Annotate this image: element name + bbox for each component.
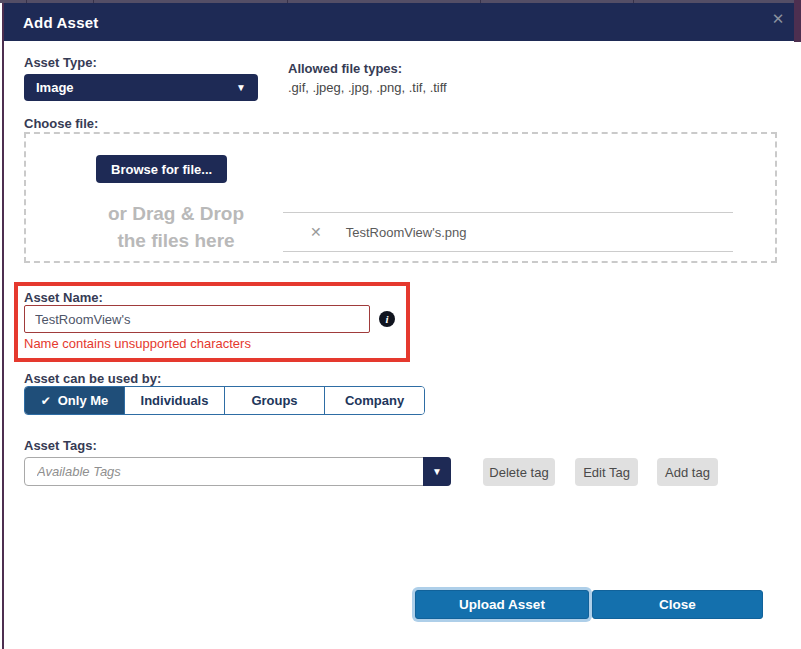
selected-file-row: ✕ TestRoomView's.png	[283, 212, 733, 252]
asset-name-error-message: Name contains unsupported characters	[24, 336, 251, 351]
asset-name-label: Asset Name:	[24, 290, 103, 305]
allowed-file-types-label: Allowed file types:	[288, 61, 402, 76]
backdrop-right-edge	[794, 0, 801, 42]
choose-file-label: Choose file:	[24, 116, 98, 131]
dialog-title: Add Asset	[4, 14, 98, 31]
dialog-header: Add Asset	[4, 3, 794, 41]
used-by-button-group: ✔ Only Me Individuals Groups Company	[24, 386, 425, 415]
used-by-option-groups[interactable]: Groups	[224, 387, 324, 414]
asset-name-input[interactable]	[24, 305, 370, 333]
asset-type-label: Asset Type:	[24, 55, 97, 70]
asset-tags-select[interactable]: ▼	[24, 457, 451, 486]
asset-tags-dropdown-button[interactable]: ▼	[423, 457, 451, 486]
asset-type-selected-value: Image	[24, 80, 236, 95]
backdrop-left-edge	[2, 3, 4, 649]
file-dropzone[interactable]: Browse for file... or Drag & Drop the fi…	[24, 132, 777, 263]
drag-drop-hint: or Drag & Drop the files here	[64, 200, 288, 254]
used-by-option-only-me[interactable]: ✔ Only Me	[25, 387, 124, 414]
check-icon: ✔	[41, 394, 51, 408]
used-by-label: Asset can be used by:	[24, 371, 161, 386]
used-by-option-company[interactable]: Company	[324, 387, 424, 414]
edit-tag-button[interactable]: Edit Tag	[575, 458, 638, 486]
info-icon: i	[379, 311, 395, 327]
drag-drop-hint-line2: the files here	[64, 227, 288, 254]
close-icon[interactable]: ✕	[767, 8, 789, 30]
allowed-file-types-value: .gif, .jpeg, .jpg, .png, .tif, .tiff	[288, 80, 447, 95]
close-button[interactable]: Close	[592, 590, 763, 619]
asset-tags-input[interactable]	[25, 458, 450, 485]
used-by-option-individuals[interactable]: Individuals	[124, 387, 224, 414]
chevron-down-icon: ▼	[432, 466, 442, 477]
add-asset-dialog: Add Asset ✕ Asset Type: Image ▼ Allowed …	[0, 0, 801, 649]
drag-drop-hint-line1: or Drag & Drop	[64, 200, 288, 227]
upload-asset-button[interactable]: Upload Asset	[415, 590, 589, 619]
add-tag-button[interactable]: Add tag	[657, 458, 718, 486]
used-by-option-label: Groups	[251, 393, 297, 408]
used-by-option-label: Individuals	[141, 393, 209, 408]
remove-file-icon[interactable]: ✕	[310, 224, 322, 240]
asset-tags-label: Asset Tags:	[24, 438, 97, 453]
chevron-down-icon: ▼	[236, 82, 258, 93]
selected-file-name: TestRoomView's.png	[346, 225, 467, 240]
used-by-option-label: Company	[345, 393, 404, 408]
used-by-option-label: Only Me	[58, 393, 109, 408]
delete-tag-button[interactable]: Delete tag	[483, 458, 555, 486]
asset-type-dropdown[interactable]: Image ▼	[24, 74, 258, 101]
browse-for-file-button[interactable]: Browse for file...	[96, 155, 227, 183]
